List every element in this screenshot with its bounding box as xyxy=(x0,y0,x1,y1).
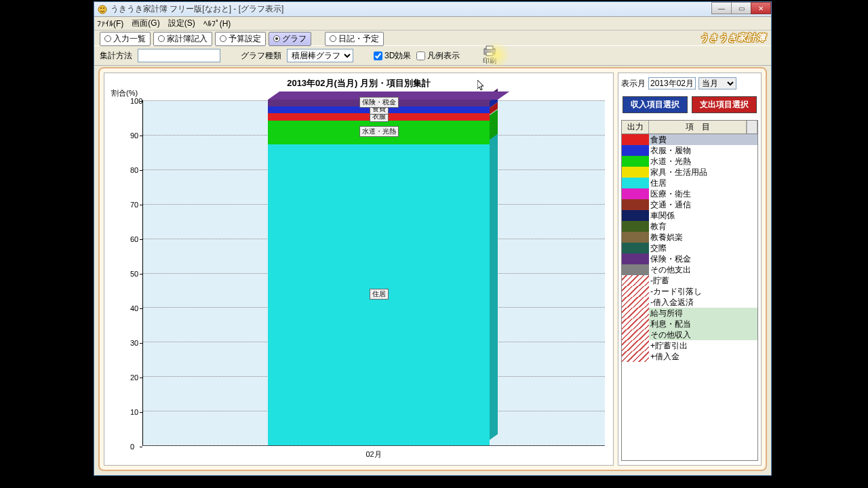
legend-row[interactable]: 食費 xyxy=(622,134,757,145)
legend-row[interactable]: 教養娯楽 xyxy=(622,232,757,243)
side-panel: 表示月 当月 収入項目選択 支出項目選択 出力 項 目 食費衣服・履物水道・光熱… xyxy=(618,73,762,466)
tab-ledger[interactable]: 家計簿記入 xyxy=(153,32,212,46)
tab-budget[interactable]: 予算設定 xyxy=(215,32,266,46)
legend-row[interactable]: +借入金 xyxy=(622,351,757,362)
segment-label: 住居 xyxy=(370,289,389,300)
legend-name: その他支出 xyxy=(649,264,757,275)
legend-row[interactable]: 家具・生活用品 xyxy=(622,167,757,178)
chart-panel: 2013年02月(当月) 月別・項目別集計 割合(%) 住居水道・光熱衣服食費保… xyxy=(104,73,614,466)
legend-swatch xyxy=(622,286,649,297)
legend-row[interactable]: 車関係 xyxy=(622,210,757,221)
close-button[interactable]: ✕ xyxy=(751,2,771,14)
legend-swatch xyxy=(622,145,649,156)
legend-swatch xyxy=(622,243,649,253)
menu-settings[interactable]: 設定(S) xyxy=(168,18,195,29)
income-select-button[interactable]: 収入項目選択 xyxy=(623,96,688,113)
legend-swatch xyxy=(622,188,649,199)
legend-row[interactable]: -貯蓄 xyxy=(622,275,757,286)
legend-row[interactable]: 住居 xyxy=(622,178,757,188)
legend-name: +借入金 xyxy=(649,351,757,362)
legend-swatch xyxy=(622,210,649,221)
legend-swatch xyxy=(622,156,649,167)
category-legend: 出力 項 目 食費衣服・履物水道・光熱家具・生活用品住居医療・衛生交通・通信車関… xyxy=(621,120,758,461)
menu-file[interactable]: ﾌｧｲﾙ(F) xyxy=(97,19,123,28)
month-label: 表示月 xyxy=(621,78,646,89)
window-title: うきうき家計簿 フリー版[なおと] - [グラフ表示] xyxy=(111,3,283,15)
app-window: うきうき家計簿 フリー版[なおと] - [グラフ表示] — ▭ ✕ ﾌｧｲﾙ(F… xyxy=(94,1,772,476)
printer-icon xyxy=(483,45,496,56)
legend-swatch xyxy=(622,319,649,329)
month-input[interactable] xyxy=(648,77,696,89)
y-tick: 90 xyxy=(130,131,138,140)
legend-name: その他収入 xyxy=(649,329,757,340)
legend-row[interactable]: その他支出 xyxy=(622,264,757,275)
segment-label: 水道・光熱 xyxy=(359,126,399,137)
agg-select[interactable]: 月別・項目別集計 xyxy=(138,49,220,62)
svg-rect-5 xyxy=(486,52,493,56)
legend-name: -カード引落し xyxy=(649,286,757,297)
legend-header-item: 項 目 xyxy=(649,121,747,134)
legend-name: 家具・生活用品 xyxy=(649,167,757,178)
print-button[interactable]: 印刷 xyxy=(483,45,496,66)
tab-input[interactable]: 入力一覧 xyxy=(100,32,151,46)
svg-rect-4 xyxy=(486,46,493,49)
y-tick: 0 xyxy=(130,443,134,451)
tab-diary[interactable]: 日記・予定 xyxy=(325,32,384,46)
legend-swatch xyxy=(622,134,649,145)
y-tick: 60 xyxy=(130,235,138,243)
threeD-checkbox[interactable]: 3D効果 xyxy=(374,50,411,62)
legend-row[interactable]: 医療・衛生 xyxy=(622,188,757,199)
legend-name: -貯蓄 xyxy=(649,275,757,286)
legend-row[interactable]: 交通・通信 xyxy=(622,199,757,210)
legend-swatch xyxy=(622,253,649,264)
svg-point-0 xyxy=(98,5,106,14)
tab-graph[interactable]: グラフ xyxy=(269,32,311,46)
stacked-bar: 住居水道・光熱衣服食費保険・税金 xyxy=(143,100,605,445)
y-tick: 70 xyxy=(130,201,138,209)
brand-logo: うきうき家計簿 xyxy=(699,32,766,44)
legend-row[interactable]: 水道・光熱 xyxy=(622,156,757,167)
svg-point-2 xyxy=(103,7,104,9)
x-tick-label: 02月 xyxy=(366,449,381,460)
window-buttons: — ▭ ✕ xyxy=(712,2,771,14)
minimize-button[interactable]: — xyxy=(711,2,732,14)
legend-row[interactable]: +貯蓄引出 xyxy=(622,340,757,351)
legend-swatch xyxy=(622,297,649,308)
legend-checkbox[interactable]: 凡例表示 xyxy=(416,50,460,62)
legend-row[interactable]: 給与所得 xyxy=(622,308,757,319)
y-tick: 10 xyxy=(130,408,138,416)
legend-name: 交通・通信 xyxy=(649,199,757,210)
legend-swatch xyxy=(622,178,649,188)
legend-swatch xyxy=(622,308,649,319)
menu-screen[interactable]: 画面(G) xyxy=(132,18,159,29)
legend-swatch xyxy=(622,167,649,178)
legend-row[interactable]: 保険・税金 xyxy=(622,253,757,264)
legend-name: 衣服・履物 xyxy=(649,145,757,156)
legend-row[interactable]: 交際 xyxy=(622,243,757,253)
type-select[interactable]: 積層棒グラフ xyxy=(287,49,353,62)
legend-name: 水道・光熱 xyxy=(649,156,757,167)
legend-name: 交際 xyxy=(649,243,757,253)
menu-help[interactable]: ﾍﾙﾌﾟ(H) xyxy=(203,19,231,28)
legend-row[interactable]: その他収入 xyxy=(622,329,757,340)
svg-point-1 xyxy=(100,7,102,9)
titlebar: うきうき家計簿 フリー版[なおと] - [グラフ表示] — ▭ ✕ xyxy=(94,2,771,17)
legend-name: 医療・衛生 xyxy=(649,188,757,199)
legend-row[interactable]: -カード引落し xyxy=(622,286,757,297)
legend-name: 教養娯楽 xyxy=(649,232,757,243)
legend-swatch xyxy=(622,199,649,210)
y-tick: 30 xyxy=(130,339,138,347)
legend-row[interactable]: 教育 xyxy=(622,221,757,232)
content-area: 2013年02月(当月) 月別・項目別集計 割合(%) 住居水道・光熱衣服食費保… xyxy=(98,67,767,471)
y-tick: 50 xyxy=(130,270,138,278)
agg-label: 集計方法 xyxy=(100,50,132,62)
y-tick: 20 xyxy=(130,373,138,382)
legend-row[interactable]: 利息・配当 xyxy=(622,319,757,329)
expense-select-button[interactable]: 支出項目選択 xyxy=(692,96,757,113)
period-select[interactable]: 当月 xyxy=(698,77,736,89)
legend-scrollbar[interactable] xyxy=(747,121,757,134)
maximize-button[interactable]: ▭ xyxy=(731,2,751,14)
view-tabs: 入力一覧 家計簿記入 予算設定 グラフ 日記・予定 うきうき家計簿 xyxy=(94,30,771,45)
legend-row[interactable]: -借入金返済 xyxy=(622,297,757,308)
legend-row[interactable]: 衣服・履物 xyxy=(622,145,757,156)
